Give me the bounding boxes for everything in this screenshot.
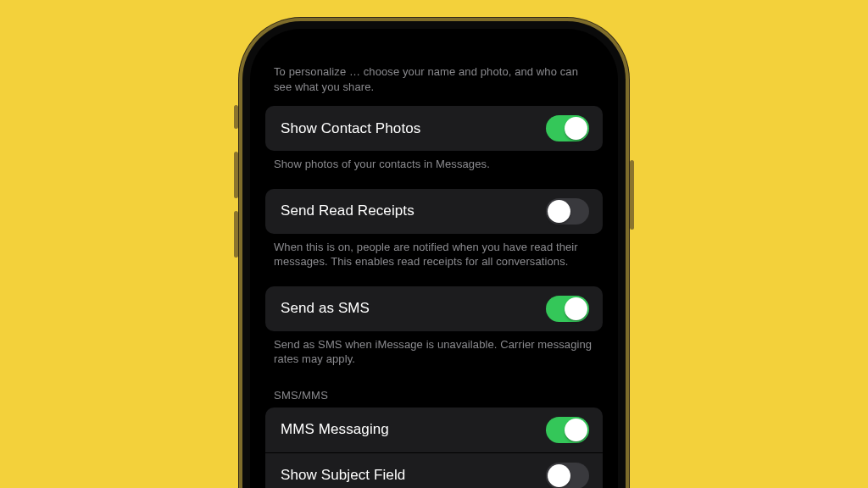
show-subject-field-row[interactable]: Show Subject Field <box>265 453 603 488</box>
power-button <box>630 160 634 230</box>
send-as-sms-label: Send as SMS <box>281 300 370 317</box>
toggle-knob-icon <box>565 117 587 140</box>
toggle-knob-icon <box>548 464 570 487</box>
toggle-knob-icon <box>565 297 587 320</box>
mms-messaging-toggle[interactable] <box>546 417 589 443</box>
phone-frame: To personalize … choose your name and ph… <box>250 29 618 488</box>
toggle-knob-icon <box>565 419 587 441</box>
sms-mms-section-header: SMS/MMS <box>259 384 609 408</box>
show-contact-photos-footer: Show photos of your contacts in Messages… <box>259 151 609 189</box>
show-contact-photos-toggle[interactable] <box>546 115 589 141</box>
mute-switch <box>234 105 238 129</box>
send-read-receipts-label: Send Read Receipts <box>281 202 415 219</box>
mms-messaging-label: MMS Messaging <box>281 421 389 438</box>
show-contact-photos-row[interactable]: Show Contact Photos <box>265 106 603 151</box>
mms-messaging-row[interactable]: MMS Messaging <box>265 408 603 452</box>
send-as-sms-footer: Send as SMS when iMessage is unavailable… <box>259 331 609 384</box>
toggle-knob-icon <box>548 200 570 223</box>
send-as-sms-row[interactable]: Send as SMS <box>265 286 603 331</box>
volume-down-button <box>234 211 238 258</box>
send-read-receipts-toggle[interactable] <box>546 198 589 225</box>
screen: To personalize … choose your name and ph… <box>259 37 609 488</box>
send-as-sms-toggle[interactable] <box>546 296 589 322</box>
share-name-photo-footer: To personalize … choose your name and ph… <box>259 64 609 106</box>
show-contact-photos-label: Show Contact Photos <box>281 120 420 137</box>
show-subject-field-toggle[interactable] <box>546 463 589 488</box>
messages-settings[interactable]: To personalize … choose your name and ph… <box>259 37 609 488</box>
show-subject-field-label: Show Subject Field <box>281 467 405 484</box>
send-read-receipts-footer: When this is on, people are notified whe… <box>259 234 609 286</box>
volume-up-button <box>234 152 238 198</box>
send-read-receipts-row[interactable]: Send Read Receipts <box>265 189 603 234</box>
